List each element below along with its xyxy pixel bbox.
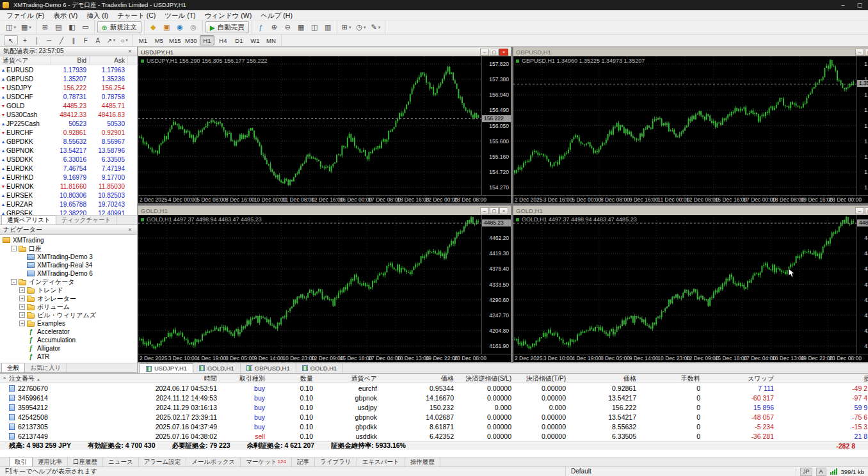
zoom-in-button[interactable]: ⊕	[268, 21, 280, 33]
indicators-list-button[interactable]: ƒ	[255, 21, 267, 33]
market-watch-row[interactable]: ▲GBPNOK13.5421713.58796	[0, 146, 137, 155]
profile-indicator[interactable]: Default	[565, 467, 725, 476]
cascade-windows-button[interactable]: ◫	[309, 21, 321, 33]
trade-row[interactable]: 621373052025.07.16 04:37:49buy0.10gbpdkk…	[0, 422, 868, 431]
chart-titlebar-gbpusd[interactable]: GBPUSD,H1–▢×	[513, 47, 868, 56]
timeframe-mn-button[interactable]: MN	[264, 35, 278, 45]
navigator-item[interactable]: XMTrading-Demo 3	[0, 253, 137, 261]
market-watch-toggle-button[interactable]: ⊞	[39, 21, 51, 33]
terminal-tab-口座履歴[interactable]: 口座履歴	[68, 457, 103, 466]
navigator-tab[interactable]: 全般	[1, 363, 25, 372]
chart-minimize-button[interactable]: –	[855, 207, 864, 214]
expand-icon[interactable]: +	[19, 321, 25, 326]
chart-close-button[interactable]: ×	[499, 207, 508, 214]
navigator-item[interactable]: XMTrading-Demo 6	[0, 269, 137, 278]
chart-close-button[interactable]: ×	[499, 49, 508, 56]
navigator-item[interactable]: -インディケータ	[0, 278, 137, 286]
fibonacci-tool-button[interactable]: F	[80, 35, 91, 45]
market-watch-row[interactable]: ▼USDJPY156.222156.254	[0, 83, 137, 92]
minimize-button[interactable]: –	[835, 0, 851, 10]
chart-tab-usdjpy[interactable]: USDJPY,H1	[140, 363, 193, 373]
column-header-sl[interactable]: 決済逆指値(S/L)	[458, 374, 515, 383]
chart-minimize-button[interactable]: –	[855, 49, 864, 56]
collapse-icon[interactable]: -	[11, 279, 17, 285]
metaeditor-button[interactable]: ◆	[147, 21, 159, 33]
channel-tool-button[interactable]: ∥	[68, 35, 79, 45]
trade-row[interactable]: 345996142024.11.12 14:49:53buy0.10gbpnok…	[0, 393, 868, 402]
navigator-item[interactable]: +トレンド	[0, 286, 137, 294]
language-indicator[interactable]: JP	[800, 468, 812, 476]
market-watch-titlebar[interactable]: 気配値表示: 23:57:05 ×	[0, 47, 137, 56]
market-watch-row[interactable]: ▲EURHKD9.169799.17700	[0, 173, 137, 182]
new-order-button[interactable]: ⊕新規注文	[97, 21, 141, 33]
navigator-item[interactable]: -口座	[0, 244, 137, 253]
terminal-tab-記事[interactable]: 記事	[292, 457, 315, 466]
trade-row[interactable]: 425425082025.02.17 23:39:11buy0.10gbpnok…	[0, 412, 868, 422]
chart-tab-gbpusd[interactable]: GBPUSD,H1	[241, 363, 296, 373]
terminal-tab-操作履歴[interactable]: 操作履歴	[405, 457, 440, 466]
menu-item-tools[interactable]: ツール (T)	[160, 10, 200, 20]
market-watch-row[interactable]: ▲GBPUSD1.352071.35236	[0, 74, 137, 83]
timeframe-m15-button[interactable]: M15	[168, 35, 182, 45]
chart-plot-gbpusd[interactable]: GBPUSD,H1 1.34960 1.35225 1.34973 1.3520…	[513, 56, 856, 195]
chart-plot-usdjpy[interactable]: USDJPY,H1 156.290 156.305 156.177 156.22…	[138, 56, 481, 195]
terminal-toggle-button[interactable]: ▭	[79, 21, 92, 33]
trendline-tool-button[interactable]: ╱	[56, 35, 67, 45]
menu-item-help[interactable]: ヘルプ (H)	[256, 10, 297, 20]
terminal-tab-メールボックス[interactable]: メールボックス	[186, 457, 241, 466]
column-header-type[interactable]: 取引種別	[221, 374, 269, 383]
market-store-button[interactable]: ▣	[161, 21, 173, 33]
menu-item-charts[interactable]: チャート (C)	[113, 10, 160, 20]
chart-minimize-button[interactable]: –	[480, 207, 489, 214]
terminal-tab-マーケット[interactable]: マーケット124	[241, 457, 292, 466]
navigator-item[interactable]: ƒAccumulation	[0, 336, 137, 344]
market-watch-row[interactable]: ▲GBPSEK12.3822012.40991	[0, 209, 137, 215]
terminal-tab-ニュース[interactable]: ニュース	[103, 457, 139, 466]
column-header-swap[interactable]: スワップ	[704, 374, 778, 383]
chart-titlebar-usdjpy[interactable]: USDJPY,H1–▢×	[138, 47, 511, 56]
menu-item-view[interactable]: 表示 (V)	[49, 10, 82, 20]
chart-tab-gold-1[interactable]: GOLD,H1	[193, 363, 241, 373]
market-watch-tab[interactable]: 通貨ペアリスト	[1, 215, 56, 225]
market-watch-row[interactable]: ▲JP225Cash5052350530	[0, 119, 137, 128]
timeframe-m5-button[interactable]: M5	[152, 35, 166, 45]
trade-row[interactable]: 359542122024.11.29 03:16:13buy0.10usdjpy…	[0, 402, 868, 412]
chart-plot-gold-1[interactable]: GOLD,H1 4497.37 4498.94 4483.47 4485.23	[138, 215, 481, 354]
menu-item-insert[interactable]: 挿入 (I)	[82, 10, 113, 20]
expand-icon[interactable]: +	[19, 312, 25, 318]
column-header-current-price[interactable]: 価格	[570, 374, 640, 383]
expand-icon[interactable]: +	[19, 304, 25, 310]
market-watch-column-0[interactable]: 通貨ペア	[0, 56, 51, 65]
navigator-item[interactable]: ƒAccelerator	[0, 328, 137, 336]
new-chart-button[interactable]: ◫▾	[4, 21, 18, 33]
navigator-item[interactable]: ƒATR	[0, 353, 137, 361]
close-icon[interactable]: ×	[1, 375, 8, 381]
navigator-item[interactable]: XMTrading-Real 34	[0, 261, 137, 269]
close-icon[interactable]: ×	[126, 48, 134, 54]
navigator-item[interactable]: +Examples	[0, 319, 137, 328]
expand-icon[interactable]: +	[19, 287, 25, 293]
crosshair-tool-button[interactable]: +	[19, 35, 30, 45]
terminal-tab-アラーム設定[interactable]: アラーム設定	[139, 457, 187, 466]
templates-button[interactable]: ✎▾	[369, 21, 383, 33]
timeframe-d1-button[interactable]: D1	[232, 35, 246, 45]
chart-plot-gold-2[interactable]: GOLD,H1 4497.37 4498.94 4483.47 4485.23	[513, 215, 856, 354]
column-header-volume[interactable]: 数量	[269, 374, 317, 383]
profiles-button[interactable]: ▦▾	[19, 21, 33, 33]
market-watch-tab[interactable]: ティックチャート	[56, 216, 117, 225]
trade-row[interactable]: 621374492025.07.16 04:38:02sell0.10usddk…	[0, 431, 868, 441]
market-watch-row[interactable]: ▲EURUSD1.179391.17963	[0, 65, 137, 74]
column-header-order[interactable]: 注文番号▲	[0, 374, 93, 383]
chart-restore-button[interactable]: ▢	[865, 49, 868, 56]
maximize-button[interactable]: ▢	[851, 0, 868, 10]
navigator-item[interactable]: ƒAlligator	[0, 344, 137, 353]
navigator-tab[interactable]: お気に入り	[25, 363, 67, 372]
terminal-tab-取引[interactable]: 取引	[9, 457, 33, 466]
market-watch-row[interactable]: ▲USDDKK6.330166.33505	[0, 155, 137, 164]
navigator-titlebar[interactable]: ナビゲーター ×	[0, 225, 137, 235]
vertical-line-tool-button[interactable]: │	[31, 35, 42, 45]
market-watch-row[interactable]: ▼GOLD4485.234485.71	[0, 101, 137, 110]
market-watch-row[interactable]: ▲EURSEK10.8030610.82503	[0, 191, 137, 200]
arrow-tool-button[interactable]: ↗▾	[104, 35, 117, 45]
column-header-open-price[interactable]: 価格	[381, 374, 458, 383]
